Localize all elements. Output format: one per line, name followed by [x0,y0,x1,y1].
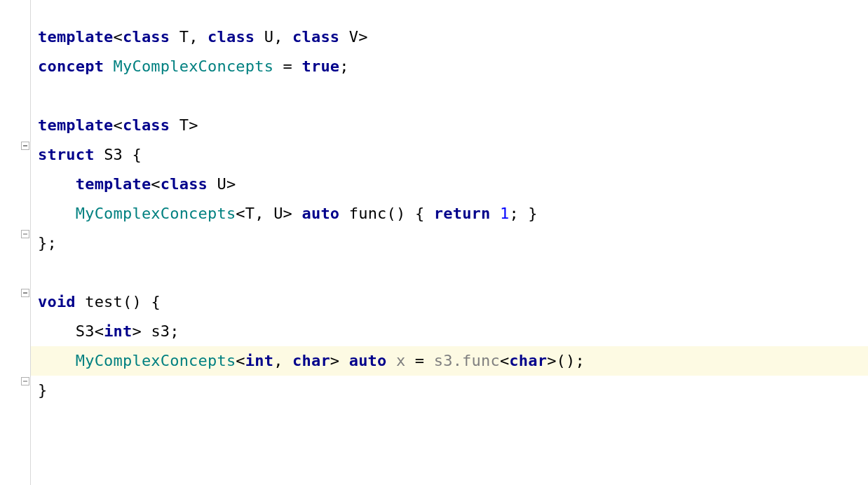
code-line[interactable]: template<class T, class U, class V> [31,22,868,52]
code-line[interactable]: concept MyComplexConcepts = true; [31,52,868,81]
keyword-true: true [302,57,340,75]
code-line[interactable]: }; [31,228,868,258]
func-name-test: test [85,293,123,310]
keyword-concept: concept [38,57,104,75]
type-param-T: T [179,28,189,46]
keyword-int: int [104,322,132,340]
fold-end-icon[interactable] [21,377,29,385]
brace-close: } [38,381,47,399]
code-line[interactable]: S3<int> s3; [31,317,868,346]
code-line[interactable]: template<class T> [31,111,868,140]
code-editor[interactable]: template<class T, class U, class V> conc… [31,0,868,485]
keyword-void: void [38,293,76,310]
func-name: func [349,205,387,222]
concept-name: MyComplexConcepts [114,57,274,75]
brace-open: { [132,146,141,163]
code-line-blank[interactable] [31,81,868,111]
code-line[interactable]: } [31,376,868,405]
fold-icon[interactable] [21,289,29,297]
editor-gutter [0,0,31,485]
keyword-auto: auto [302,205,340,222]
code-line[interactable]: void test() { [31,287,868,317]
angle-close: > [358,28,367,46]
angle-open: < [114,28,123,46]
code-line-blank[interactable] [31,258,868,287]
var-x: x [396,352,405,369]
struct-name-S3: S3 [104,146,123,163]
keyword-return: return [434,205,491,222]
brace-close-semi: }; [38,234,57,252]
number-literal: 1 [500,205,509,222]
fold-icon[interactable] [21,142,29,150]
keyword-template: template [38,28,114,46]
code-line[interactable]: struct S3 { [31,140,868,170]
code-line[interactable]: MyComplexConcepts<T, U> auto func() { re… [31,199,868,228]
keyword-struct: struct [38,146,95,163]
code-line-highlighted[interactable]: MyComplexConcepts<int, char> auto x = s3… [31,346,868,376]
keyword-class: class [123,28,170,46]
type-param-V: V [349,28,358,46]
type-param-U: U [264,28,273,46]
keyword-char: char [292,352,330,369]
code-line[interactable]: template<class U> [31,170,868,199]
var-s3: s3 [151,322,170,340]
fold-end-icon[interactable] [21,230,29,238]
